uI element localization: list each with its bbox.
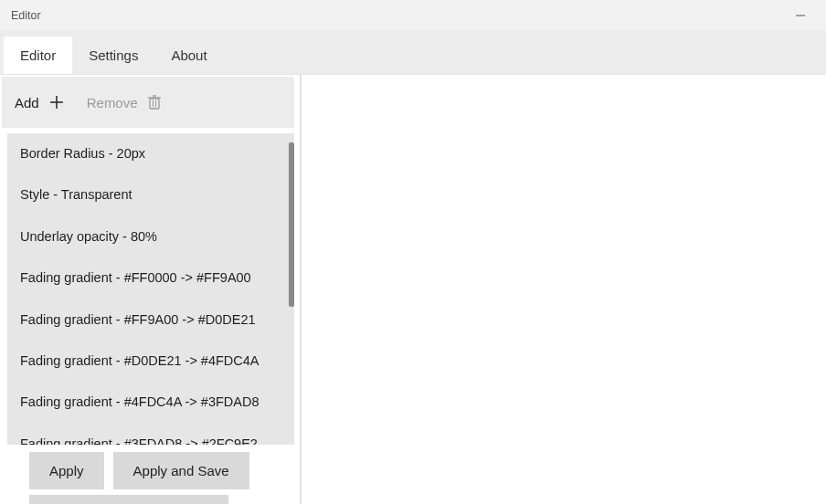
list-item[interactable]: Style - Transparent	[7, 174, 294, 215]
tab-about[interactable]: About	[154, 37, 223, 74]
add-button[interactable]: Add	[15, 94, 65, 110]
main-content	[302, 75, 826, 504]
tab-editor[interactable]: Editor	[4, 37, 72, 74]
tab-settings[interactable]: Settings	[72, 37, 154, 74]
window-title: Editor	[11, 9, 41, 22]
titlebar: Editor	[0, 0, 826, 31]
plus-icon	[48, 94, 65, 110]
list-item[interactable]: Fading gradient - #4FDC4A -> #3FDAD8	[7, 382, 294, 423]
list-item[interactable]: Fading gradient - #FF9A00 -> #D0DE21	[7, 299, 294, 341]
apply-and-save-button[interactable]: Apply and Save	[113, 452, 249, 489]
tab-bar: Editor Settings About	[0, 31, 826, 75]
remove-button-label: Remove	[87, 95, 138, 110]
property-list[interactable]: Border Radius - 20px Style - Transparent…	[7, 133, 294, 445]
list-item[interactable]: Fading gradient - #3FDAD8 -> #2FC9E2	[7, 424, 294, 445]
sidebar: Add Remove Border Radius - 20px Style - …	[0, 75, 302, 504]
list-item[interactable]: Underlay opacity - 80%	[7, 216, 294, 257]
scrollbar-thumb[interactable]	[289, 142, 294, 307]
list-item[interactable]: Border Radius - 20px	[7, 133, 294, 174]
apply-button[interactable]: Apply	[29, 452, 104, 489]
minimize-button[interactable]	[780, 2, 821, 29]
trash-icon	[147, 94, 162, 110]
add-button-label: Add	[15, 95, 39, 110]
list-toolbar: Add Remove	[2, 77, 294, 128]
list-item[interactable]: Fading gradient - #FF0000 -> #FF9A00	[7, 257, 294, 299]
svg-rect-3	[150, 99, 159, 109]
list-item[interactable]: Fading gradient - #D0DE21 -> #4FDC4A	[7, 341, 294, 382]
remove-button[interactable]: Remove	[87, 94, 162, 110]
footer-extra-button[interactable]	[29, 495, 228, 504]
footer-buttons: Apply Apply and Save	[0, 446, 300, 489]
